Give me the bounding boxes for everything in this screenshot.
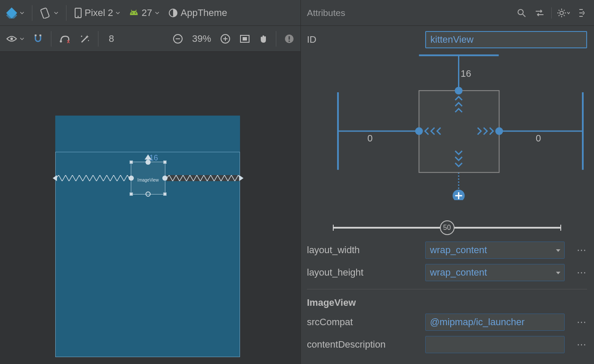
zoom-level[interactable]: 39% (189, 30, 215, 47)
constraint-handle-top[interactable] (145, 160, 151, 165)
warnings-button[interactable] (281, 30, 298, 47)
theme-icon (168, 8, 178, 18)
constraint-left-value[interactable]: 0 (367, 133, 373, 144)
toggle-view-button[interactable] (533, 6, 546, 19)
zoom-in-icon (220, 33, 231, 44)
bias-value: 50 (443, 224, 451, 232)
phone-icon (74, 7, 82, 19)
component-label: ImageView (137, 177, 158, 182)
settings-button[interactable] (557, 6, 570, 19)
swap-icon (534, 9, 545, 17)
srccompat-field[interactable]: @mipmap/ic_launcher (425, 314, 565, 331)
fit-icon (240, 35, 250, 43)
chevron-down-icon (155, 11, 159, 15)
layout-width-label: layout_width (307, 245, 417, 256)
svg-point-16 (81, 35, 82, 37)
zoom-out-button[interactable] (169, 30, 187, 47)
chevron-down-icon (116, 11, 120, 15)
constraint-right-value[interactable]: 0 (536, 133, 541, 144)
design-canvas[interactable]: 16 ImageView (0, 52, 300, 364)
search-button[interactable] (515, 6, 528, 19)
more-button[interactable]: ⋯ (573, 267, 587, 278)
svg-rect-1 (6, 9, 17, 18)
clear-constraints-button[interactable]: x (56, 30, 74, 47)
api-dropdown[interactable]: 27 (125, 4, 162, 22)
contentdescription-field[interactable] (425, 336, 565, 353)
layout-height-field[interactable]: wrap_content (425, 264, 565, 281)
zoom-out-icon (172, 33, 183, 44)
svg-point-5 (132, 12, 133, 13)
android-icon (129, 9, 139, 17)
resize-handle[interactable] (163, 192, 167, 196)
view-options-dropdown[interactable] (3, 30, 28, 47)
svg-line-38 (564, 10, 565, 11)
srccompat-value: @mipmap/ic_launcher (430, 317, 524, 328)
more-button[interactable]: ⋯ (573, 339, 587, 350)
separator (98, 31, 98, 47)
device-label: Pixel 2 (85, 7, 113, 19)
constraint-widget[interactable]: 16 0 0 (307, 53, 587, 217)
selected-component[interactable]: 16 ImageView (131, 162, 165, 195)
collapse-button[interactable] (575, 6, 588, 19)
svg-rect-24 (243, 37, 247, 41)
separator (307, 289, 587, 289)
zoom-label: 39% (192, 33, 211, 44)
more-button[interactable]: ⋯ (573, 245, 587, 256)
design-surface-dropdown[interactable] (3, 4, 28, 22)
id-field[interactable]: kittenView (425, 31, 587, 48)
separator (51, 31, 51, 47)
pan-button[interactable] (255, 30, 272, 47)
svg-rect-2 (41, 7, 50, 18)
default-margins[interactable]: 8 (103, 30, 120, 47)
layout-width-field[interactable]: wrap_content (425, 242, 565, 259)
id-value: kittenView (430, 34, 474, 45)
svg-line-36 (564, 15, 565, 16)
constraint-left-arrow (53, 175, 57, 181)
layout-width-value: wrap_content (430, 245, 487, 256)
svg-point-13 (60, 40, 62, 42)
zoom-in-button[interactable] (216, 30, 234, 47)
svg-point-6 (135, 12, 136, 13)
separator (276, 31, 276, 47)
attributes-title: Attributes (307, 8, 510, 18)
constraint-handle-left[interactable] (129, 176, 134, 181)
svg-rect-26 (289, 36, 290, 40)
constraint-handle-bottom[interactable] (145, 191, 151, 197)
separator (32, 5, 32, 21)
theme-dropdown[interactable]: AppTheme (164, 4, 231, 22)
orientation-dropdown[interactable] (37, 4, 62, 22)
svg-point-28 (518, 9, 523, 15)
svg-point-17 (88, 40, 89, 41)
constraint-right-arrow (239, 175, 243, 181)
chevron-down-icon (20, 11, 24, 15)
resize-handle[interactable] (130, 192, 133, 196)
magnet-button[interactable] (29, 30, 47, 47)
svg-point-30 (560, 11, 563, 15)
layout-height-value: wrap_content (430, 267, 487, 278)
resize-handle[interactable] (130, 160, 133, 164)
device-dropdown[interactable]: Pixel 2 (71, 4, 123, 22)
chevron-down-icon (556, 267, 561, 278)
hand-icon (259, 34, 268, 44)
eye-icon (6, 35, 17, 43)
resize-handle[interactable] (163, 160, 167, 164)
svg-point-48 (415, 127, 423, 135)
svg-text:x: x (67, 38, 70, 44)
wand-icon (79, 34, 90, 44)
more-button[interactable]: ⋯ (573, 317, 587, 328)
zoom-fit-button[interactable] (236, 30, 253, 47)
imageview-section-header: ImageView (307, 297, 587, 308)
infer-constraints-button[interactable] (76, 30, 94, 47)
svg-point-10 (10, 38, 13, 40)
svg-line-7 (131, 10, 132, 11)
constraint-handle-right[interactable] (162, 176, 167, 181)
arrow-right-icon (578, 9, 585, 17)
constraint-top-value[interactable]: 16 (461, 68, 471, 79)
horizontal-bias-slider[interactable]: 50 (333, 219, 561, 236)
svg-rect-11 (35, 35, 37, 36)
constraint-right-spring (167, 175, 240, 181)
svg-rect-27 (289, 41, 290, 42)
slider-knob[interactable]: 50 (440, 220, 455, 235)
chevron-down-icon (556, 245, 561, 256)
gear-icon (557, 8, 566, 18)
